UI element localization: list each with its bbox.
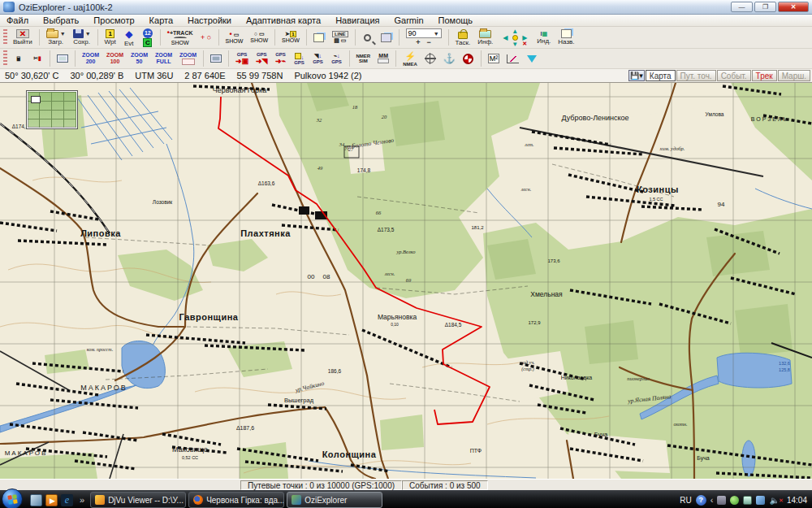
zoom-50-button[interactable]: ZOOM50 <box>127 49 151 68</box>
show-desktop-icon[interactable] <box>30 494 42 506</box>
zoom-out-button[interactable]: − <box>427 38 431 46</box>
toolbar-grip[interactable] <box>3 50 7 67</box>
zoom-full-button[interactable]: ZOOMFULL <box>152 49 175 68</box>
gps-send-route-button[interactable]: GPS➜◥ <box>253 49 270 68</box>
gps-get-wpt-button[interactable]: ↓GPS <box>291 49 309 68</box>
gps-config-button[interactable] <box>207 49 225 68</box>
event-button[interactable]: ◆Evt <box>120 28 138 47</box>
menu-settings[interactable]: Настройки <box>188 15 231 25</box>
name-search-button[interactable]: Назв. <box>555 28 577 47</box>
menu-garmin[interactable]: Garmin <box>394 15 423 25</box>
exit-button[interactable]: ✕Выйти <box>10 28 36 47</box>
zoom-in-button[interactable]: + <box>416 38 420 46</box>
toolbar-secondary: 🖩 ✂▮ ZOOM200 ZOOM100 ZOOM50 ZOOMFULL ZOO… <box>0 49 812 69</box>
map-label: пионерлаг <box>627 376 650 381</box>
position-button[interactable] <box>421 49 439 68</box>
minimize-button[interactable]: — <box>731 2 753 12</box>
map-viewport[interactable]: Червоная ГоркаДуброво-ЛенинскоеКозинцы1,… <box>0 83 812 479</box>
save-button[interactable]: ▼Сохр. <box>70 28 94 47</box>
tab-track[interactable]: Трек <box>752 70 777 81</box>
pan-center-icon[interactable] <box>512 35 518 41</box>
menu-map[interactable]: Карта <box>149 15 173 25</box>
menu-navigation[interactable]: Навигация <box>335 15 379 25</box>
nmea-button[interactable]: ⚡NMEA <box>400 49 421 68</box>
area-button[interactable]: M² <box>485 49 503 68</box>
pan-down-icon[interactable]: ▼ <box>512 41 518 48</box>
pan-left-icon[interactable]: ◀ <box>503 34 508 41</box>
start-button[interactable] <box>2 488 23 508</box>
save-position-button[interactable]: 💾▾ <box>628 70 645 81</box>
map-info-button[interactable]: Инф. <box>474 28 496 47</box>
map-label: Δ173,5 <box>378 227 395 232</box>
route-show-button[interactable]: ○ ▭SHOW <box>247 28 271 47</box>
longitude-readout: 30° 00,289' В <box>70 71 123 80</box>
zoom-200-button[interactable]: ZOOM200 <box>79 49 102 68</box>
waypoint-number-button[interactable]: 12C <box>139 28 157 47</box>
antivirus-tray-icon[interactable] <box>730 496 739 505</box>
close-button[interactable]: ✕ <box>778 2 809 12</box>
gps-get-route-button[interactable]: ◥↓GPS <box>309 49 327 68</box>
profile-button[interactable] <box>503 49 522 68</box>
plotter-button[interactable]: 🖩 <box>10 49 28 68</box>
track-add-button[interactable]: •+TRACKSHOW <box>164 28 197 47</box>
route-edit-button[interactable]: ✂▮ <box>28 49 46 68</box>
rotation-control[interactable]: 90▼ +− <box>403 28 445 47</box>
gps-get-track-button[interactable]: ⌁↓GPS <box>328 49 346 68</box>
zoom-100-button[interactable]: ZOOM100 <box>103 49 127 68</box>
track-point-button[interactable]: + ○ <box>197 28 215 47</box>
open-folder-icon <box>46 30 58 38</box>
lifebuoy-icon <box>463 54 473 64</box>
gps-send-wpt-button[interactable]: GPS➜▣ <box>232 49 252 68</box>
zoom-blank-button[interactable]: ZOOM <box>176 49 200 68</box>
title-bar[interactable]: OziExplorer - uaj100k-2 — ❐ ✕ <box>0 0 812 15</box>
track-show-button[interactable]: • ▭SHOW <box>222 28 247 47</box>
volume-muted-icon[interactable]: 🔈 <box>769 496 779 505</box>
filter-button[interactable] <box>523 49 541 68</box>
quick-launch-expand-icon[interactable]: » <box>80 495 84 505</box>
tab-events[interactable]: Событ. <box>717 70 751 81</box>
media-player-icon[interactable]: ▶ <box>45 494 58 506</box>
menu-select[interactable]: Выбрать <box>43 15 79 25</box>
help-tray-icon[interactable]: ? <box>696 495 706 506</box>
pan-pad[interactable]: ▲ ◀▶ ▼✕ <box>497 28 533 47</box>
restore-button[interactable]: ❐ <box>754 2 776 12</box>
pan-up-icon[interactable]: ▲ <box>512 28 518 35</box>
pointer-show-button[interactable]: ➤1SHOW <box>279 28 303 47</box>
map-canvas[interactable]: Червоная ГоркаДуброво-ЛенинскоеКозинцы1,… <box>0 83 812 479</box>
anchor-button[interactable]: ⚓ <box>440 49 459 68</box>
nmea-sim-button[interactable]: NMERSIM <box>353 49 374 68</box>
menu-file[interactable]: Файл <box>6 15 28 25</box>
map-index-inset[interactable] <box>27 91 77 128</box>
windows-button[interactable] <box>378 28 395 47</box>
line-tool-button[interactable]: LINE▤ ▭ <box>329 28 352 47</box>
magnifier-button[interactable] <box>359 28 377 47</box>
rotation-combobox[interactable]: 90▼ <box>406 28 442 38</box>
battery-tray-icon[interactable] <box>743 496 752 505</box>
language-indicator[interactable]: RU <box>680 496 691 505</box>
task-button[interactable]: Таск. <box>452 28 474 47</box>
screen-button[interactable] <box>54 49 71 68</box>
help-ring-button[interactable] <box>460 49 477 68</box>
display-tray-icon[interactable] <box>717 496 726 505</box>
menu-adaptive-map[interactable]: Адаптивная карта <box>246 15 321 25</box>
menu-help[interactable]: Помощь <box>438 15 473 25</box>
moving-map-button[interactable]: MM <box>374 49 392 68</box>
index-button[interactable]: I▦Инд. <box>533 28 554 47</box>
network-tray-icon[interactable] <box>756 496 765 505</box>
taskbar-item-djvu[interactable]: DjVu Viewer -- D:\У... <box>90 492 186 508</box>
tab-map[interactable]: Карта <box>646 70 676 81</box>
tray-expand-icon[interactable]: ‹ <box>710 495 714 505</box>
load-button[interactable]: ▼Загр. <box>43 28 69 47</box>
taskbar-item-firefox[interactable]: Червона Гірка: вда... <box>188 492 284 508</box>
pages-button[interactable] <box>310 28 328 47</box>
map-label: лесн. <box>384 271 395 276</box>
toolbar-grip[interactable] <box>3 29 7 46</box>
tab-route[interactable]: Марш. <box>778 70 810 81</box>
gps-send-track-button[interactable]: GPS➜⌁ <box>272 49 290 68</box>
clock[interactable]: 14:04 <box>787 496 807 505</box>
waypoint-button[interactable]: 1Wpt <box>102 28 119 47</box>
menu-view[interactable]: Просмотр <box>93 15 134 25</box>
taskbar-item-oziexplorer[interactable]: OziExplorer <box>287 492 382 508</box>
tab-waypoints[interactable]: Пут. точ. <box>676 70 716 81</box>
internet-explorer-icon[interactable]: e <box>61 494 73 506</box>
